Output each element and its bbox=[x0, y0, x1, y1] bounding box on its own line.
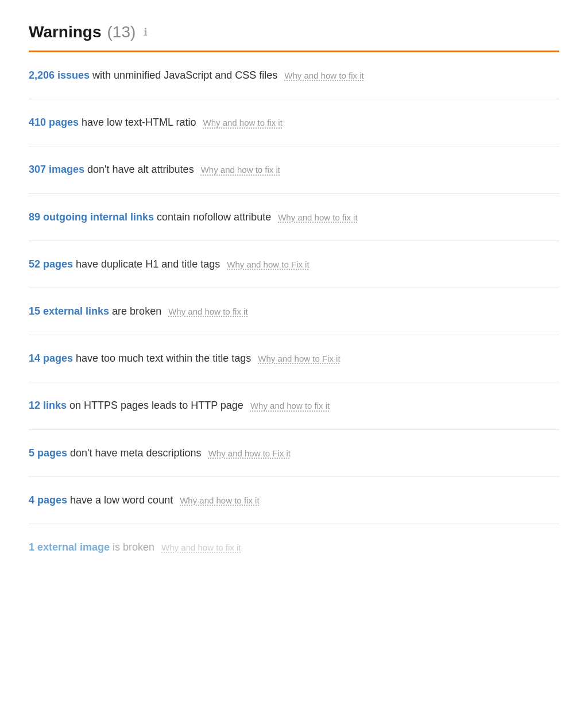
fix-link-10[interactable]: Why and how to fix it bbox=[180, 495, 259, 505]
warning-item: 2,206 issues with unminified JavaScript … bbox=[29, 52, 559, 99]
fix-link-6[interactable]: Why and how to fix it bbox=[168, 307, 247, 316]
warning-item: 4 pages have a low word countWhy and how… bbox=[29, 477, 559, 524]
warning-item: 1 external image is brokenWhy and how to… bbox=[29, 524, 559, 571]
warning-item: 15 external links are brokenWhy and how … bbox=[29, 288, 559, 335]
warning-description: don't have meta descriptions bbox=[67, 447, 202, 459]
warning-text: 15 external links are broken bbox=[29, 304, 161, 319]
warning-description: don't have alt attributes bbox=[84, 164, 194, 175]
warnings-count: (13) bbox=[107, 23, 136, 41]
fix-link-7[interactable]: Why and how to Fix it bbox=[258, 354, 340, 363]
info-icon[interactable]: ℹ bbox=[144, 26, 148, 38]
warning-text: 5 pages don't have meta descriptions bbox=[29, 446, 202, 460]
warning-link-10[interactable]: 4 pages bbox=[29, 494, 67, 506]
warning-item: 5 pages don't have meta descriptionsWhy … bbox=[29, 430, 559, 477]
fix-link-9[interactable]: Why and how to Fix it bbox=[208, 448, 291, 458]
warning-list: 2,206 issues with unminified JavaScript … bbox=[29, 52, 559, 571]
warning-text: 12 links on HTTPS pages leads to HTTP pa… bbox=[29, 398, 243, 413]
warning-description: have low text-HTML ratio bbox=[79, 117, 196, 128]
warning-link-4[interactable]: 89 outgoing internal links bbox=[29, 211, 154, 223]
warning-description: are broken bbox=[109, 305, 161, 317]
warnings-container: Warnings (13) ℹ 2,206 issues with unmini… bbox=[0, 0, 588, 594]
warning-text: 4 pages have a low word count bbox=[29, 493, 173, 508]
fix-link-11[interactable]: Why and how to fix it bbox=[161, 543, 241, 552]
warning-link-9[interactable]: 5 pages bbox=[29, 447, 67, 459]
warning-link-1[interactable]: 2,206 issues bbox=[29, 69, 90, 81]
warning-text: 2,206 issues with unminified JavaScript … bbox=[29, 68, 277, 83]
warning-text: 89 outgoing internal links contain nofol… bbox=[29, 210, 271, 224]
warning-link-7[interactable]: 14 pages bbox=[29, 352, 73, 364]
warning-item: 307 images don't have alt attributesWhy … bbox=[29, 146, 559, 193]
warning-description: on HTTPS pages leads to HTTP page bbox=[67, 400, 243, 411]
warning-item: 89 outgoing internal links contain nofol… bbox=[29, 194, 559, 241]
warning-description: contain nofollow attribute bbox=[154, 211, 271, 223]
warnings-title: Warnings bbox=[29, 23, 102, 41]
warning-text: 307 images don't have alt attributes bbox=[29, 162, 194, 177]
fix-link-8[interactable]: Why and how to fix it bbox=[250, 401, 330, 410]
warning-link-5[interactable]: 52 pages bbox=[29, 258, 73, 270]
warning-link-6[interactable]: 15 external links bbox=[29, 305, 109, 317]
warning-link-8[interactable]: 12 links bbox=[29, 400, 67, 411]
warning-link-2[interactable]: 410 pages bbox=[29, 117, 79, 128]
fix-link-3[interactable]: Why and how to fix it bbox=[201, 165, 280, 175]
warning-text: 1 external image is broken bbox=[29, 540, 154, 555]
fix-link-4[interactable]: Why and how to fix it bbox=[278, 212, 357, 222]
warning-description: with unminified JavaScript and CSS files bbox=[90, 69, 277, 81]
fix-link-1[interactable]: Why and how to fix it bbox=[284, 71, 363, 80]
warning-description: have duplicate H1 and title tags bbox=[73, 258, 220, 270]
warning-text: 52 pages have duplicate H1 and title tag… bbox=[29, 257, 220, 272]
warnings-header: Warnings (13) ℹ bbox=[29, 23, 559, 41]
warning-description: have a low word count bbox=[67, 494, 173, 506]
warning-description: have too much text within the title tags bbox=[73, 352, 251, 364]
warning-description: is broken bbox=[110, 541, 154, 553]
warning-item: 14 pages have too much text within the t… bbox=[29, 335, 559, 382]
warning-item: 52 pages have duplicate H1 and title tag… bbox=[29, 241, 559, 288]
warning-item: 410 pages have low text-HTML ratioWhy an… bbox=[29, 99, 559, 146]
warning-item: 12 links on HTTPS pages leads to HTTP pa… bbox=[29, 382, 559, 429]
warning-text: 410 pages have low text-HTML ratio bbox=[29, 115, 196, 130]
fix-link-2[interactable]: Why and how to fix it bbox=[203, 118, 282, 127]
fix-link-5[interactable]: Why and how to Fix it bbox=[227, 259, 309, 269]
warning-link-11[interactable]: 1 external image bbox=[29, 541, 110, 553]
warning-link-3[interactable]: 307 images bbox=[29, 164, 84, 175]
warning-text: 14 pages have too much text within the t… bbox=[29, 351, 251, 366]
